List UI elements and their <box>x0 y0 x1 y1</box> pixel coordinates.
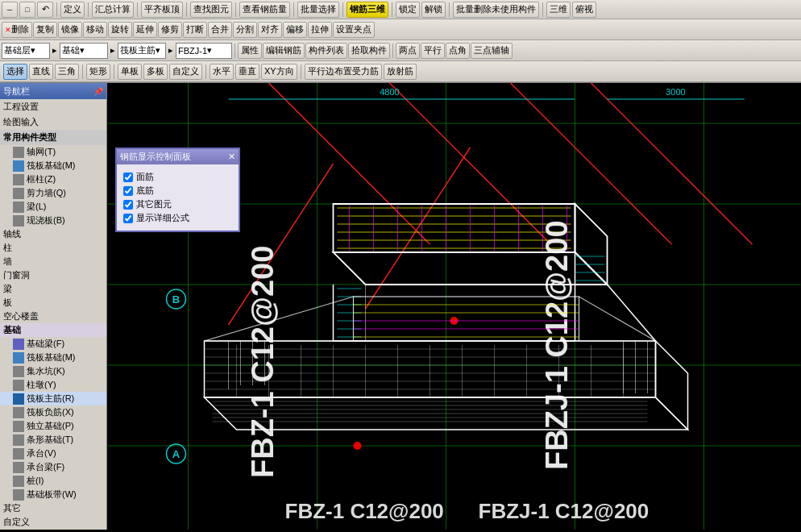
extend-button[interactable]: 延伸 <box>133 22 157 38</box>
move-button[interactable]: 移动 <box>83 22 107 38</box>
rebar-3d-button[interactable]: 钢筋三维 <box>347 2 388 18</box>
sidebar-item-raft-main-rebar[interactable]: 筏板主筋(R) <box>0 392 106 405</box>
sidebar-section-project[interactable]: 工程设置 <box>0 99 106 114</box>
sidebar-cat-other[interactable]: 其它 <box>0 501 106 515</box>
window-control-minimize[interactable]: ─ <box>2 2 18 18</box>
vertical-button[interactable]: 垂直 <box>235 64 259 80</box>
lock-button[interactable]: 锁定 <box>396 2 420 18</box>
multi-slab-button[interactable]: 多板 <box>143 64 168 80</box>
edit-rebar-button[interactable]: 编辑钢筋 <box>263 43 305 59</box>
top-view-button[interactable]: 俯视 <box>572 2 596 18</box>
sidebar-item-sump[interactable]: 集水坑(K) <box>0 364 106 378</box>
copy-button[interactable]: 复制 <box>33 22 57 38</box>
sidebar-item-cast-slab[interactable]: 现浇板(B) <box>0 214 106 227</box>
single-slab-button[interactable]: 单板 <box>118 64 142 80</box>
component-dropdown[interactable]: FBZJ-1▾ <box>176 43 232 59</box>
offset-button[interactable]: 偏移 <box>283 22 307 38</box>
sidebar-item-cap[interactable]: 承台(V) <box>0 447 106 460</box>
sidebar-item-foundation-beam[interactable]: 基础梁(F) <box>0 337 106 351</box>
sidebar-cat-door[interactable]: 门窗洞 <box>0 268 106 282</box>
horizontal-button[interactable]: 水平 <box>210 64 234 80</box>
raft-foundation-icon <box>13 352 24 364</box>
sump-icon <box>13 366 24 377</box>
find-element-button[interactable]: 查找图元 <box>190 2 232 18</box>
xy-direction-button[interactable]: XY方向 <box>261 64 297 80</box>
sidebar-item-shear-wall[interactable]: 剪力墙(Q) <box>0 186 106 200</box>
calc-button[interactable]: 汇总计算 <box>92 2 134 18</box>
formula-checkbox[interactable] <box>123 214 133 223</box>
panel-checkbox-other[interactable]: 其它图元 <box>123 198 232 210</box>
sidebar-cat-custom[interactable]: 自定义 <box>0 515 106 529</box>
sidebar-item-raft-neg-rebar[interactable]: 筏板负筋(X) <box>0 405 106 419</box>
panel-body: 面筋 底筋 其它图元 显示详细公式 <box>117 164 239 231</box>
sidebar-item-band[interactable]: 基础板带(W) <box>0 488 106 501</box>
trim-button[interactable]: 修剪 <box>158 22 182 38</box>
custom-button[interactable]: 自定义 <box>169 64 202 80</box>
sidebar-cat-column[interactable]: 柱 <box>0 241 106 255</box>
sidebar-item-raft[interactable]: 筏板基础(M) <box>0 159 106 172</box>
sidebar-item-raft-foundation[interactable]: 筏板基础(M) <box>0 351 106 364</box>
sidebar-item-cap-beam[interactable]: 承台梁(F) <box>0 460 106 474</box>
batch-select-button[interactable]: 批量选择 <box>297 2 339 18</box>
select-button[interactable]: 选择 <box>3 64 27 80</box>
sidebar-cat-foundation[interactable]: 基础 <box>0 323 106 337</box>
sidebar-section-drawing[interactable]: 绘图输入 <box>0 114 106 130</box>
sidebar-cat-slab[interactable]: 板 <box>0 296 106 310</box>
property-button[interactable]: 属性 <box>238 43 262 59</box>
layer-type-dropdown[interactable]: 基础▾ <box>60 43 108 59</box>
align-button[interactable]: 对齐 <box>258 22 282 38</box>
grip-button[interactable]: 设置夹点 <box>333 22 375 38</box>
panel-checkbox-formula[interactable]: 显示详细公式 <box>123 212 232 224</box>
panel-title[interactable]: 钢筋显示控制面板 ✕ <box>117 149 239 164</box>
sidebar-item-column[interactable]: 框柱(Z) <box>0 172 106 186</box>
pin-button[interactable]: 📌 <box>93 87 103 96</box>
split-button[interactable]: 分割 <box>233 22 257 38</box>
rotate-button[interactable]: 旋转 <box>108 22 132 38</box>
line-button[interactable]: 直线 <box>29 64 53 80</box>
merge-button[interactable]: 合并 <box>208 22 232 38</box>
3d-view-button[interactable]: 三维 <box>546 2 571 18</box>
define-button[interactable]: 定义 <box>60 2 85 18</box>
sidebar-item-pedestal[interactable]: 柱墩(Y) <box>0 378 106 392</box>
pick-component-button[interactable]: 拾取构件 <box>348 43 390 59</box>
angle-button[interactable]: 点角 <box>446 43 470 59</box>
align-top-button[interactable]: 平齐板顶 <box>141 2 183 18</box>
undo-button[interactable]: ↶ <box>37 2 53 18</box>
layer-dropdown[interactable]: 基础层▾ <box>2 43 50 59</box>
sidebar-cat-wall[interactable]: 墙 <box>0 255 106 268</box>
radial-button[interactable]: 放射筋 <box>384 64 417 80</box>
sidebar-cat-hollow[interactable]: 空心楼盖 <box>0 310 106 323</box>
sidebar-cat-beam[interactable]: 梁 <box>0 282 106 296</box>
panel-close-icon[interactable]: ✕ <box>228 152 235 162</box>
parallel-layout-button[interactable]: 平行边布置受力筋 <box>305 64 382 80</box>
panel-checkbox-bottom[interactable]: 底筋 <box>123 185 232 197</box>
rect-button[interactable]: 矩形 <box>86 64 110 80</box>
stretch-button[interactable]: 拉伸 <box>308 22 332 38</box>
face-checkbox[interactable] <box>123 172 133 182</box>
sidebar-item-axis[interactable]: 轴网(T) <box>0 145 106 159</box>
bottom-checkbox[interactable] <box>123 186 133 196</box>
mirror-button[interactable]: 镜像 <box>58 22 82 38</box>
other-checkbox[interactable] <box>123 200 133 210</box>
two-point-button[interactable]: 两点 <box>396 43 420 59</box>
unlock-button[interactable]: 解锁 <box>421 2 446 18</box>
canvas-area[interactable]: 4800 3000 FBZ-1 C12@200 FBZJ-1 C12@200 F… <box>107 83 801 530</box>
sidebar-item-strip[interactable]: 条形基础(T) <box>0 433 106 447</box>
sidebar-item-beam[interactable]: 梁(L) <box>0 200 106 214</box>
window-control-maximize[interactable]: □ <box>19 2 35 18</box>
three-point-button[interactable]: 三点辅轴 <box>471 43 513 59</box>
parallel-button[interactable]: 平行 <box>421 43 445 59</box>
panel-checkbox-face[interactable]: 面筋 <box>123 171 232 183</box>
component-list-button[interactable]: 构件列表 <box>305 43 347 59</box>
break-button[interactable]: 打断 <box>183 22 207 38</box>
sidebar-item-pile[interactable]: 桩(I) <box>0 474 106 488</box>
sidebar-item-cad[interactable]: CAD识别 NEW <box>0 529 106 530</box>
sidebar-cat-axis[interactable]: 轴线 <box>0 227 106 241</box>
separator <box>342 2 343 17</box>
view-rebar-button[interactable]: 查看钢筋量 <box>239 2 290 18</box>
polyline-button[interactable]: 三角 <box>55 64 79 80</box>
sidebar-item-isolated[interactable]: 独立基础(P) <box>0 419 106 433</box>
category-dropdown[interactable]: 筏板主筋▾ <box>118 43 166 59</box>
batch-delete-button[interactable]: 批量删除未使用构件 <box>453 2 539 18</box>
delete-button[interactable]: ✕ 删除 <box>2 22 32 38</box>
